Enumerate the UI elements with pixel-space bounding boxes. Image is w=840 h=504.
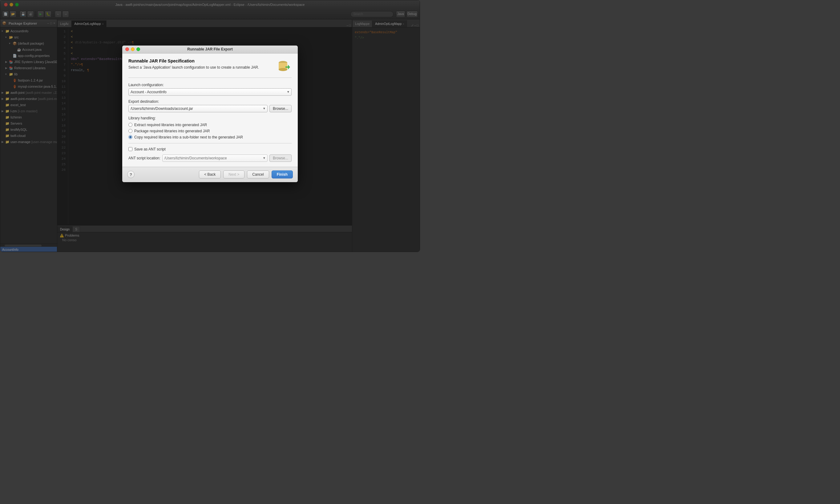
dialog-body: Runnable JAR File Specification Select a… <box>122 54 298 167</box>
dialog-header-section: Runnable JAR File Specification Select a… <box>128 58 292 78</box>
runnable-jar-dialog: Runnable JAR File Export Runnable JAR Fi… <box>122 46 298 182</box>
next-button: Next > <box>223 170 244 178</box>
back-button[interactable]: < Back <box>199 170 221 178</box>
radio-package-label: Package required libraries into generate… <box>134 129 210 133</box>
dialog-minimize-button[interactable] <box>131 48 135 51</box>
dialog-spec-title: Runnable JAR File Specification <box>128 58 273 64</box>
radio-extract: Extract required libraries into generate… <box>128 123 292 127</box>
export-dest-row: /Users/lizhimin/Downloads/account.jar ▼ … <box>128 105 292 112</box>
save-ant-label: Save as ANT script <box>134 147 166 151</box>
cancel-button[interactable]: Cancel <box>247 170 269 178</box>
launch-config-group: Launch configuration: Account - AccountI… <box>128 83 292 96</box>
radio-copy: Copy required libraries into a sub-folde… <box>128 135 292 139</box>
save-ant-row: Save as ANT script <box>128 147 292 151</box>
svg-point-2 <box>279 68 287 71</box>
export-dest-group: Export destination: /Users/lizhimin/Down… <box>128 100 292 112</box>
ant-browse-button: Browse... <box>269 155 292 162</box>
dialog-maximize-button[interactable] <box>136 48 140 51</box>
library-handling-group: Library handling: Extract required libra… <box>128 116 292 143</box>
export-dest-label: Export destination: <box>128 100 292 104</box>
finish-button[interactable]: Finish <box>272 170 293 178</box>
launch-config-label: Launch configuration: <box>128 83 292 87</box>
dialog-spec-desc: Select a 'Java Application' launch confi… <box>128 65 273 70</box>
dialog-footer: ? < Back Next > Cancel Finish <box>122 167 298 182</box>
dialog-traffic-lights <box>125 48 140 51</box>
dialog-close-button[interactable] <box>125 48 129 51</box>
dialog-titlebar: Runnable JAR File Export <box>122 46 298 54</box>
launch-config-select[interactable]: Account - AccountInfo <box>128 88 292 96</box>
export-dest-select-wrapper: /Users/lizhimin/Downloads/account.jar ▼ <box>128 105 267 112</box>
library-handling-label: Library handling: <box>128 116 292 120</box>
dialog-header-text: Runnable JAR File Specification Select a… <box>128 58 273 70</box>
help-button[interactable]: ? <box>127 171 135 178</box>
radio-copy-label: Copy required libraries into a sub-folde… <box>134 135 243 139</box>
jar-export-icon <box>276 58 292 74</box>
radio-package: Package required libraries into generate… <box>128 129 292 133</box>
dialog-title: Runnable JAR File Export <box>122 47 298 51</box>
radio-copy-input[interactable] <box>128 135 133 139</box>
ant-location-select-wrapper: /Users/lizhimin/Documents/workspace ▼ <box>162 155 267 162</box>
radio-extract-input[interactable] <box>128 123 133 127</box>
ant-location-label: ANT script location: <box>128 156 160 160</box>
modal-overlay: Runnable JAR File Export Runnable JAR Fi… <box>0 0 420 252</box>
main-window: Java - awifi-joint/src/main/java/com/joi… <box>0 0 420 252</box>
radio-extract-label: Extract required libraries into generate… <box>134 123 207 127</box>
ant-location-row: ANT script location: /Users/lizhimin/Doc… <box>128 155 292 162</box>
library-radio-group: Extract required libraries into generate… <box>128 123 292 143</box>
launch-config-select-wrapper: Account - AccountInfo ▼ <box>128 88 292 96</box>
dialog-btn-group: < Back Next > Cancel Finish <box>199 170 293 178</box>
ant-location-select: /Users/lizhimin/Documents/workspace <box>162 155 267 162</box>
export-browse-button[interactable]: Browse... <box>269 105 292 112</box>
export-dest-select[interactable]: /Users/lizhimin/Downloads/account.jar <box>128 105 267 112</box>
radio-package-input[interactable] <box>128 129 133 133</box>
save-ant-checkbox[interactable] <box>128 147 133 151</box>
